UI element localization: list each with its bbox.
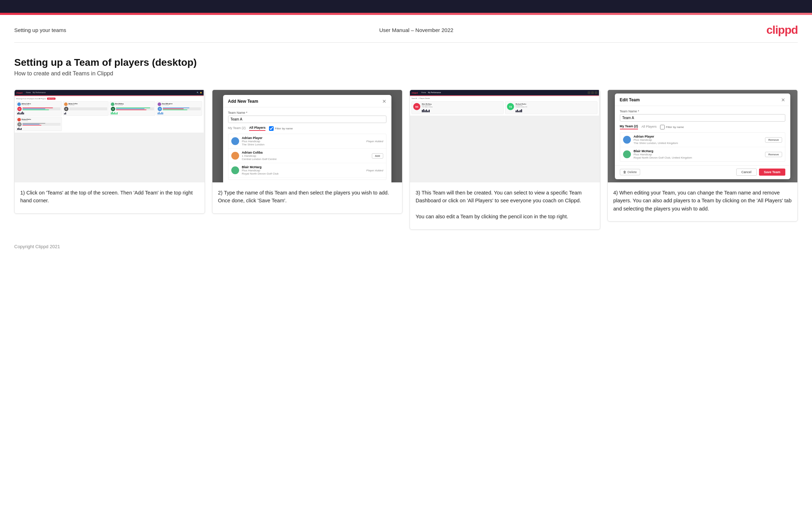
card-2: Add New Team ✕ Team Name * My Team (2) A… [212,90,403,214]
ss1-bars-4 [163,107,201,110]
ss1-player-name-5: Richard Butler 4 Handicap [22,118,31,121]
ss1-nav-right: 🔍 🔔 [197,92,202,94]
screenshot-4: Edit Team ✕ Team Name * My Team (2) All … [608,90,798,182]
card-4-text: 4) When editing your Team, you can chang… [608,182,798,221]
ss3-nav-right [587,91,597,94]
ss1-score-4: 78 [158,107,201,111]
ss1-player-card-1: Adrian Collins Plus Handicap 84 [16,101,62,116]
ss1-player-name-2: Adrian Collins 0 Handicap [68,103,78,106]
card-4: Edit Team ✕ Team Name * My Team (2) All … [607,90,798,222]
ss3-btn-3 [595,91,597,94]
ss3-chart-2 [516,108,596,112]
ss1-filter-row: Showing 8 out of 8 players from All Play… [16,97,202,100]
ss3-score-2: 72 [507,103,514,110]
ss1-score-circle-2: 0 [64,107,68,111]
card-2-text: 2) Type the name of this Team and then s… [212,182,402,213]
ss2-player-row-1: Adrian Player Plus HandicapThe Shire Lon… [228,134,386,149]
ss1-player-header-4: Dave Billingham 5.5 Handicap [158,102,201,106]
ss3-btn-2 [591,91,594,94]
ss1-bars-1 [22,107,60,110]
ss1-chart-2 [64,112,107,114]
header: Setting up your teams User Manual – Nove… [0,15,812,42]
ss3-player-card-2: 72 Richard Butler 4 Handicap Central Lon… [505,101,597,114]
copyright-text: Copyright Clippd 2021 [14,244,60,249]
ss1-bars-2 [69,107,107,110]
ss2-p-info-2: Adrian Coliba 1 HandicapCentral London G… [242,151,369,161]
ss4-p-info-1: Adrian Player Plus Handicap The Shire Lo… [634,135,763,145]
card-1: clippd Home My Performance 🔍 🔔 [14,90,205,214]
ss1-avatar-3 [111,102,114,106]
ss1-add-team-btn[interactable]: Add Team [47,97,56,100]
ss4-tab-all-players[interactable]: All Players [642,125,657,129]
ss2-p-avatar-2 [231,152,239,160]
ss2-team-name-label: Team Name * [228,111,387,114]
ss3-body: Team A | Players Details 94 [410,96,599,116]
clippd-logo: clippd [766,23,798,37]
ss4-p-info-2: Blair McHarg Plus Handicap Royal North D… [634,149,763,159]
ss4-modal-body: Team Name * My Team (2) All Players Filt… [615,106,791,165]
ss1-player-name-4: Dave Billingham 5.5 Handicap [162,103,173,106]
ss1-content: clippd Home My Performance 🔍 🔔 [15,90,204,133]
ss1-avatar-4 [158,102,161,106]
ss3-score-sec-2: 72 [507,103,514,112]
ss1-score-1: 84 [17,107,60,111]
ss1-score-circle-1: 84 [17,107,22,111]
ss2-team-name-input[interactable] [228,116,387,123]
ss1-chart-3 [111,112,154,114]
ss2-p-action-1: Player Added [366,140,383,143]
ss1-players-grid: Adrian Collins Plus Handicap 84 [16,101,202,131]
ss3-player-card-1: 94 Blair McHarg Plus Handicap The Shire … [411,101,503,114]
ss4-remove-btn-2[interactable]: Remove [765,152,782,157]
ss2-modal-close-icon[interactable]: ✕ [382,98,386,104]
ss4-delete-button[interactable]: 🗑 Delete [620,169,640,175]
ss1-score-circle-5: 72 [17,122,22,127]
card-3-text: 3) This Team will then be created. You c… [410,182,600,229]
ss2-add-btn-2[interactable]: Add [372,153,383,159]
ss3-players-grid: 94 Blair McHarg Plus Handicap The Shire … [411,101,597,114]
ss3-score-1: 94 [413,103,420,110]
ss2-tab-my-team[interactable]: My Team (2) [228,126,246,130]
footer: Copyright Clippd 2021 [0,237,812,256]
ss1-avatar-5 [17,118,21,122]
ss4-footer-right: Cancel Save Team [736,169,785,176]
ss4-player-row-1: Adrian Player Plus Handicap The Shire Lo… [620,133,785,147]
page-subtitle: How to create and edit Teams in Clippd [14,70,798,77]
ss1-logo: clippd [16,91,22,94]
ss1-player-card-5: Richard Butler 4 Handicap 72 [16,117,62,131]
header-logo-area: clippd [766,23,798,37]
ss2-player-list: Adrian Player Plus HandicapThe Shire Lon… [228,134,387,180]
ss1-chart-4 [158,112,201,114]
card-1-text: 1) Click on 'Teams' at the top of the sc… [15,182,205,213]
ss2-tab-all-players[interactable]: All Players [249,126,265,131]
ss1-nav: Home My Performance [26,92,46,94]
ss3-logo: clippd [411,91,418,94]
ss2-modal-body: Team Name * My Team (2) All Players Filt… [223,107,392,182]
ss1-filter-label: Showing 8 out of 8 players from All Play… [16,98,46,100]
ss4-save-button[interactable]: Save Team [759,169,785,176]
top-bar [0,0,812,13]
ss3-chart-1 [422,108,502,112]
ss2-modal-title: Add New Team [228,99,258,104]
ss4-filter-check: Filter by name [660,125,684,129]
ss2-modal-header: Add New Team ✕ [223,95,392,107]
ss4-tab-my-team[interactable]: My Team (2) [620,124,638,129]
ss3-content: clippd Home My Performance [410,90,599,116]
ss4-modal: Edit Team ✕ Team Name * My Team (2) All … [615,94,791,179]
ss1-nav-search: 🔍 [197,92,199,94]
ss3-topbar: clippd Home My Performance [410,90,599,95]
ss1-avatar-2 [64,102,68,106]
ss1-player-card-4: Dave Billingham 5.5 Handicap 78 [157,101,202,116]
ss4-close-icon[interactable]: ✕ [781,97,785,103]
ss1-nav-bell: 🔔 [200,92,202,94]
ss3-score-sec-1: 94 [413,103,420,112]
ss4-team-name-input[interactable] [620,114,786,122]
ss4-remove-btn-1[interactable]: Remove [765,137,782,143]
ss2-p-info-1: Adrian Player Plus HandicapThe Shire Lon… [242,136,364,146]
ss3-btn-1 [587,91,590,94]
page-content: Setting up a Team of players (desktop) H… [0,43,812,237]
ss4-modal-header: Edit Team ✕ [615,94,791,106]
ss1-player-header-5: Richard Butler 4 Handicap [17,118,60,122]
ss1-chart-5 [17,127,60,130]
ss1-score-circle-3: 94 [111,107,115,111]
ss4-cancel-button[interactable]: Cancel [736,169,757,176]
